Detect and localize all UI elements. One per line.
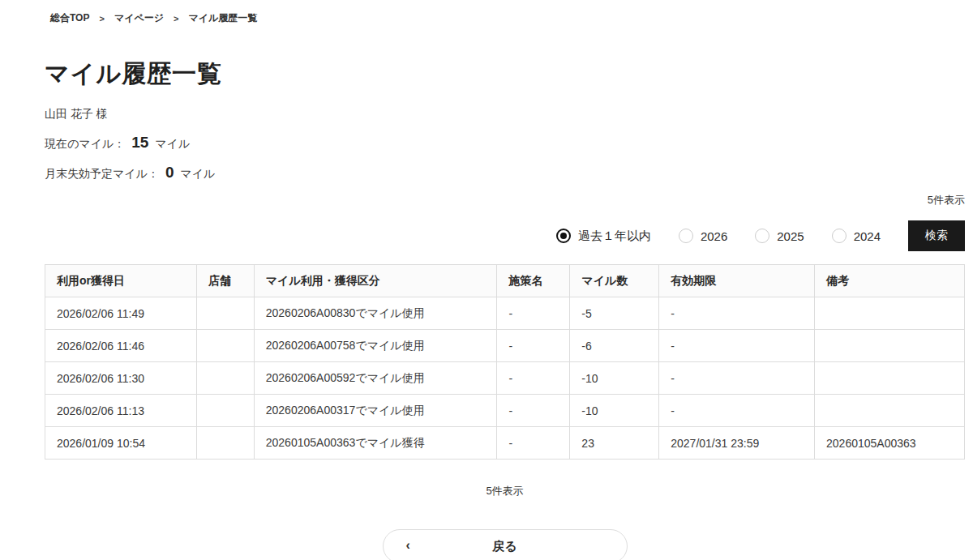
breadcrumb-separator: > <box>174 14 178 24</box>
main-content: マイル履歴一覧 山田 花子 様 現在のマイル： 15 マイル 月末失効予定マイル… <box>45 58 965 560</box>
miles-history-table: 利用or獲得日店舗マイル利用・獲得区分施策名マイル数有効期限備考 2026/02… <box>45 264 965 460</box>
radio-unselected-icon[interactable] <box>755 229 769 243</box>
user-name: 山田 花子 様 <box>45 107 965 122</box>
filter-radio-option-2[interactable]: 2025 <box>755 229 804 243</box>
table-cell: - <box>659 395 815 427</box>
radio-unselected-icon[interactable] <box>679 229 693 243</box>
expiring-miles-unit: マイル <box>180 167 215 180</box>
page-title: マイル履歴一覧 <box>45 58 965 91</box>
breadcrumb-item-top[interactable]: 総合TOP <box>50 11 89 25</box>
filter-radio-option-0[interactable]: 過去１年以内 <box>556 229 651 244</box>
table-row: 2026/01/09 10:5420260105A00363でマイル獲得-232… <box>45 427 965 460</box>
filter-radio-label: 2024 <box>854 229 881 243</box>
table-cell: 20260206A00317でマイル使用 <box>254 395 497 427</box>
table-cell <box>196 362 254 395</box>
table-cell: -10 <box>570 395 659 427</box>
table-cell <box>815 330 965 362</box>
current-miles: 現在のマイル： 15 マイル <box>45 134 965 152</box>
table-row: 2026/02/06 11:1320260206A00317でマイル使用--10… <box>45 395 965 427</box>
table-cell: 2027/01/31 23:59 <box>659 427 815 460</box>
breadcrumb: 総合TOP > マイページ > マイル履歴一覧 <box>0 0 973 25</box>
table-cell: - <box>659 330 815 362</box>
table-cell: 2026/02/06 11:49 <box>45 297 197 330</box>
result-count-top: 5件表示 <box>45 193 965 207</box>
table-cell: - <box>497 297 570 330</box>
breadcrumb-item-current: マイル履歴一覧 <box>188 11 257 25</box>
expiring-miles: 月末失効予定マイル： 0 マイル <box>45 164 965 182</box>
filter-row: 過去１年以内202620252024検索 <box>45 220 965 251</box>
table-cell: - <box>497 395 570 427</box>
table-cell: -6 <box>570 330 659 362</box>
filter-radio-label: 2026 <box>701 229 727 243</box>
table-row: 2026/02/06 11:4620260206A00758でマイル使用--6- <box>45 330 965 362</box>
table-cell: 2026/01/09 10:54 <box>45 427 197 460</box>
table-cell <box>196 395 254 427</box>
column-header: 利用or獲得日 <box>45 265 197 297</box>
current-miles-unit: マイル <box>155 137 190 150</box>
current-miles-value: 15 <box>131 134 148 151</box>
table-row: 2026/02/06 11:3020260206A00592でマイル使用--10… <box>45 362 965 395</box>
table-cell: 20260206A00830でマイル使用 <box>254 297 497 330</box>
table-cell: -10 <box>570 362 659 395</box>
table-row: 2026/02/06 11:4920260206A00830でマイル使用--5- <box>45 297 965 330</box>
column-header: マイル利用・獲得区分 <box>254 265 497 297</box>
table-cell: 20260206A00758でマイル使用 <box>254 330 497 362</box>
column-header: 店舗 <box>196 265 254 297</box>
table-cell <box>815 362 965 395</box>
back-button[interactable]: ‹ 戻る <box>383 529 628 560</box>
chevron-left-icon: ‹ <box>406 538 410 553</box>
column-header: 備考 <box>815 265 965 297</box>
table-cell <box>815 297 965 330</box>
current-miles-label: 現在のマイル： <box>45 137 125 150</box>
table-cell: - <box>659 297 815 330</box>
column-header: 有効期限 <box>659 265 815 297</box>
table-cell: 20260105A00363 <box>815 427 965 460</box>
filter-radio-label: 2025 <box>777 229 804 243</box>
table-cell: -5 <box>570 297 659 330</box>
table-cell: 2026/02/06 11:30 <box>45 362 197 395</box>
table-cell: 2026/02/06 11:13 <box>45 395 197 427</box>
filter-radio-option-3[interactable]: 2024 <box>832 229 881 243</box>
table-cell <box>196 427 254 460</box>
table-cell: - <box>497 330 570 362</box>
column-header: 施策名 <box>497 265 570 297</box>
column-header: マイル数 <box>570 265 659 297</box>
table-cell: 20260105A00363でマイル獲得 <box>254 427 497 460</box>
expiring-miles-value: 0 <box>165 164 174 181</box>
table-cell: - <box>497 427 570 460</box>
filter-radio-option-1[interactable]: 2026 <box>679 229 727 243</box>
radio-unselected-icon[interactable] <box>832 229 847 243</box>
table-cell <box>196 330 254 362</box>
filter-radio-label: 過去１年以内 <box>578 229 651 244</box>
table-cell: 20260206A00592でマイル使用 <box>254 362 497 395</box>
breadcrumb-separator: > <box>99 14 104 24</box>
back-button-area: ‹ 戻る <box>45 529 965 560</box>
table-cell: 23 <box>570 427 659 460</box>
back-button-label: 戻る <box>492 539 517 553</box>
table-cell <box>196 297 254 330</box>
table-header-row: 利用or獲得日店舗マイル利用・獲得区分施策名マイル数有効期限備考 <box>45 265 965 297</box>
search-button[interactable]: 検索 <box>908 220 965 251</box>
radio-selected-icon[interactable] <box>556 229 571 243</box>
table-cell: - <box>497 362 570 395</box>
breadcrumb-item-mypage[interactable]: マイページ <box>114 11 164 25</box>
table-cell: 2026/02/06 11:46 <box>45 330 197 362</box>
table-cell: - <box>659 362 815 395</box>
result-count-bottom: 5件表示 <box>45 484 965 498</box>
table-cell <box>815 395 965 427</box>
expiring-miles-label: 月末失効予定マイル： <box>45 167 159 180</box>
